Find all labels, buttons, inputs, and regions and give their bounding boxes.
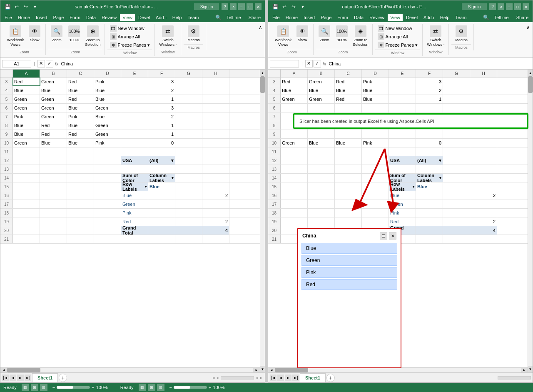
left-macros-button[interactable]: ⚙ Macros bbox=[185, 25, 202, 43]
right-switch-windows-button[interactable]: ⇄ SwitchWindows - bbox=[425, 25, 446, 48]
left-menu-page[interactable]: Page bbox=[51, 14, 67, 21]
left-page-break-icon[interactable]: ⊟ bbox=[40, 384, 47, 391]
right-cell-g17[interactable] bbox=[443, 200, 470, 208]
left-cell-d5[interactable]: Blue bbox=[94, 95, 121, 103]
right-cell-c12[interactable] bbox=[335, 156, 362, 165]
right-menu-addi[interactable]: Add-i bbox=[421, 14, 437, 21]
right-cell-b16[interactable] bbox=[308, 191, 335, 200]
right-cell-b4[interactable]: Blue bbox=[308, 86, 335, 95]
left-h-scroll-mini[interactable] bbox=[221, 376, 254, 380]
right-cell-d19[interactable] bbox=[362, 217, 389, 226]
right-qa-dropdown-icon[interactable]: ▾ bbox=[299, 3, 306, 10]
right-cell-c3[interactable]: Red bbox=[335, 77, 362, 86]
left-close-icon[interactable]: ✕ bbox=[255, 3, 262, 10]
left-menu-addi[interactable]: Add-i bbox=[153, 14, 169, 21]
right-menu-view[interactable]: View bbox=[388, 14, 403, 21]
left-tell-me[interactable]: Tell me bbox=[224, 14, 244, 21]
left-cell-b4[interactable]: Blue bbox=[40, 86, 67, 95]
left-menu-insert[interactable]: Insert bbox=[33, 14, 50, 21]
left-cell-c14[interactable] bbox=[67, 174, 94, 182]
left-cell-b12[interactable] bbox=[40, 156, 67, 165]
right-cell-g16[interactable] bbox=[443, 191, 470, 200]
left-cell-f6[interactable]: 3 bbox=[148, 104, 175, 112]
left-v-scroll-thumb[interactable] bbox=[260, 76, 265, 93]
left-undo-icon[interactable]: ↩ bbox=[13, 3, 20, 10]
left-cell-c21[interactable] bbox=[67, 235, 94, 243]
left-cell-g14[interactable] bbox=[175, 174, 202, 182]
right-menu-form[interactable]: Form bbox=[335, 14, 351, 21]
right-undo-icon[interactable]: ↩ bbox=[281, 3, 288, 10]
left-cell-g12[interactable] bbox=[175, 156, 202, 165]
left-cell-g13[interactable] bbox=[175, 165, 202, 173]
right-normal-view-icon[interactable]: ▦ bbox=[139, 384, 146, 391]
right-menu-devel[interactable]: Devel bbox=[403, 14, 420, 21]
left-cell-f17[interactable] bbox=[148, 200, 175, 208]
right-cell-d10[interactable]: Pink bbox=[362, 139, 389, 147]
left-cell-f14[interactable]: Column Labels ▾ bbox=[148, 174, 175, 182]
right-cell-h15[interactable] bbox=[470, 182, 497, 191]
left-cell-c5[interactable]: Red bbox=[67, 95, 94, 103]
right-cell-b6[interactable] bbox=[308, 104, 335, 112]
left-cell-c16[interactable] bbox=[67, 191, 94, 200]
right-save-icon[interactable]: 💾 bbox=[271, 3, 279, 10]
left-cell-c6[interactable]: Blue bbox=[67, 104, 94, 112]
right-confirm-formula-button[interactable]: ✓ bbox=[314, 60, 321, 67]
right-cell-h3[interactable] bbox=[470, 77, 497, 86]
right-cell-e18[interactable]: Pink bbox=[389, 209, 416, 217]
right-cell-h19[interactable]: 2 bbox=[470, 217, 497, 226]
left-cell-c18[interactable] bbox=[67, 209, 94, 217]
right-col-c[interactable]: C bbox=[335, 70, 362, 77]
right-cell-h5[interactable] bbox=[470, 95, 497, 103]
left-cell-b6[interactable]: Green bbox=[40, 104, 67, 112]
left-cell-g18[interactable] bbox=[175, 209, 202, 217]
right-cell-e14[interactable]: Sum of Color bbox=[389, 174, 416, 182]
left-cell-g17[interactable] bbox=[175, 200, 202, 208]
left-sheet-prev-icon[interactable]: ◄ bbox=[10, 375, 16, 381]
right-ribbon-toggle-icon[interactable]: ∧ bbox=[498, 3, 504, 10]
left-cell-g6[interactable] bbox=[175, 104, 202, 112]
right-cell-g19[interactable] bbox=[443, 217, 470, 226]
left-col-f[interactable]: F bbox=[148, 70, 175, 77]
left-cell-f18[interactable] bbox=[148, 209, 175, 217]
right-cell-g9[interactable] bbox=[443, 130, 470, 138]
left-cell-a9[interactable]: Blue bbox=[13, 130, 40, 138]
right-formula-input[interactable] bbox=[328, 60, 531, 67]
left-cell-d19[interactable] bbox=[94, 217, 121, 226]
right-cell-a9[interactable] bbox=[281, 130, 308, 138]
left-maximize-icon[interactable]: □ bbox=[247, 3, 253, 10]
left-cancel-formula-button[interactable]: ✕ bbox=[37, 60, 45, 67]
left-col-e[interactable]: E bbox=[121, 70, 148, 77]
right-cell-c9[interactable] bbox=[335, 130, 362, 138]
right-v-scroll-up[interactable]: ▲ bbox=[528, 70, 533, 76]
left-cell-c8[interactable]: Blue bbox=[67, 121, 94, 130]
left-cell-h14[interactable] bbox=[202, 174, 229, 182]
left-col-b[interactable]: B bbox=[40, 70, 67, 77]
left-cell-f3[interactable]: 3 bbox=[148, 77, 175, 86]
left-menu-home[interactable]: Home bbox=[15, 14, 32, 21]
right-cell-d15[interactable] bbox=[362, 182, 389, 191]
right-cell-e4[interactable] bbox=[389, 86, 416, 95]
left-cell-b19[interactable] bbox=[40, 217, 67, 226]
left-col-h[interactable]: H bbox=[202, 70, 229, 77]
right-cell-f18[interactable] bbox=[416, 209, 443, 217]
left-cell-f15[interactable]: Blue bbox=[148, 182, 175, 191]
left-qa-dropdown-icon[interactable]: ▾ bbox=[31, 3, 39, 10]
right-cell-g11[interactable] bbox=[443, 147, 470, 156]
right-cell-h21[interactable] bbox=[470, 235, 497, 243]
left-cell-a3[interactable]: Red bbox=[13, 77, 40, 86]
left-share[interactable]: Share bbox=[246, 14, 263, 21]
right-cell-f10[interactable]: 0 bbox=[416, 139, 443, 147]
left-cell-f10[interactable]: 0 bbox=[148, 139, 175, 147]
left-menu-file[interactable]: File bbox=[2, 14, 15, 21]
left-cell-h9[interactable] bbox=[202, 130, 229, 138]
right-cell-f14[interactable]: Column Labels ▾ bbox=[416, 174, 443, 182]
right-cell-h4[interactable] bbox=[470, 86, 497, 95]
left-cell-f19[interactable] bbox=[148, 217, 175, 226]
left-cell-f8[interactable]: 1 bbox=[148, 121, 175, 130]
right-cell-e10[interactable] bbox=[389, 139, 416, 147]
right-cell-a3[interactable]: Red bbox=[281, 77, 308, 86]
left-cell-e4[interactable] bbox=[121, 86, 148, 95]
left-col-g[interactable]: G bbox=[175, 70, 202, 77]
right-arrange-all-button[interactable]: ⊞ Arrange All bbox=[376, 33, 410, 40]
left-cell-e17[interactable]: Green bbox=[121, 200, 148, 208]
